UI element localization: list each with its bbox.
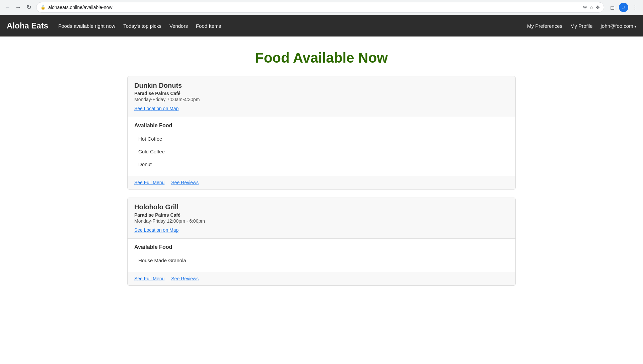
- nav-link-account[interactable]: john@foo.com: [601, 23, 636, 29]
- restaurant-location-dunkin-donuts: Paradise Palms Café: [134, 91, 509, 96]
- nav-link-vendors[interactable]: Vendors: [169, 23, 188, 29]
- available-food-title-holoholo-grill: Available Food: [134, 244, 509, 250]
- map-link-dunkin-donuts[interactable]: See Location on Map: [134, 106, 178, 111]
- restaurant-footer-holoholo-grill: See Full Menu See Reviews: [128, 272, 515, 285]
- full-menu-link-holoholo-grill[interactable]: See Full Menu: [134, 276, 164, 281]
- restaurant-name-dunkin-donuts: Dunkin Donuts: [134, 82, 509, 89]
- extension-icon[interactable]: ✥: [596, 5, 600, 10]
- restaurant-header-dunkin-donuts: Dunkin Donuts Paradise Palms Café Monday…: [128, 76, 515, 117]
- food-item: House Made Granola: [134, 254, 509, 267]
- eye-slash-icon: 👁︎: [583, 5, 587, 10]
- page-title: Food Available Now: [127, 50, 516, 66]
- restaurant-footer-dunkin-donuts: See Full Menu See Reviews: [128, 176, 515, 189]
- nav-link-my-profile[interactable]: My Profile: [570, 23, 593, 29]
- nav-link-top-picks[interactable]: Today's top picks: [123, 23, 161, 29]
- available-food-holoholo-grill: Available Food House Made Granola: [128, 239, 515, 272]
- navbar-right: My Preferences My Profile john@foo.com: [527, 23, 636, 29]
- chrome-menu-button[interactable]: ⋮: [630, 2, 640, 13]
- restaurant-location-holoholo-grill: Paradise Palms Café: [134, 212, 509, 218]
- user-avatar[interactable]: J: [619, 3, 628, 12]
- navbar-brand[interactable]: Aloha Eats: [7, 21, 48, 30]
- nav-link-my-preferences[interactable]: My Preferences: [527, 23, 562, 29]
- full-menu-link-dunkin-donuts[interactable]: See Full Menu: [134, 180, 164, 185]
- back-button[interactable]: ←: [3, 3, 12, 12]
- browser-nav-buttons: ← → ↻: [3, 3, 33, 12]
- reviews-link-holoholo-grill[interactable]: See Reviews: [171, 276, 199, 281]
- map-link-holoholo-grill[interactable]: See Location on Map: [134, 227, 178, 233]
- available-food-title-dunkin-donuts: Available Food: [134, 123, 509, 129]
- star-icon[interactable]: ☆: [589, 5, 594, 10]
- restaurant-hours-holoholo-grill: Monday-Friday 12:00pm - 6:00pm: [134, 218, 509, 224]
- food-item: Cold Coffee: [134, 145, 509, 158]
- food-item: Donut: [134, 158, 509, 170]
- restaurant-card-holoholo-grill: Holoholo Grill Paradise Palms Café Monda…: [127, 198, 516, 286]
- restaurant-header-holoholo-grill: Holoholo Grill Paradise Palms Café Monda…: [128, 198, 515, 239]
- restaurant-hours-dunkin-donuts: Monday-Friday 7:00am-4:30pm: [134, 97, 509, 102]
- nav-link-available-now[interactable]: Foods available right now: [58, 23, 115, 29]
- url-input[interactable]: [48, 5, 580, 10]
- address-bar-icons: 👁︎ ☆ ✥: [583, 5, 600, 10]
- restaurant-name-holoholo-grill: Holoholo Grill: [134, 203, 509, 211]
- reviews-link-dunkin-donuts[interactable]: See Reviews: [171, 180, 199, 185]
- restaurant-card-dunkin-donuts: Dunkin Donuts Paradise Palms Café Monday…: [127, 76, 516, 190]
- sidebar-button[interactable]: ◻: [607, 2, 618, 13]
- address-bar[interactable]: 🔒 👁︎ ☆ ✥: [36, 2, 604, 13]
- forward-button[interactable]: →: [13, 3, 23, 12]
- food-item: Hot Coffee: [134, 133, 509, 145]
- browser-toolbar-right: ◻ J ⋮: [607, 2, 640, 13]
- nav-link-food-items[interactable]: Food Items: [196, 23, 221, 29]
- navbar: Aloha Eats Foods available right now Tod…: [0, 15, 643, 37]
- navbar-links: Foods available right now Today's top pi…: [58, 23, 527, 29]
- available-food-dunkin-donuts: Available Food Hot Coffee Cold Coffee Do…: [128, 117, 515, 176]
- main-content: Food Available Now Dunkin Donuts Paradis…: [121, 37, 522, 300]
- security-icon: 🔒: [41, 5, 46, 10]
- refresh-button[interactable]: ↻: [24, 3, 33, 12]
- browser-chrome: ← → ↻ 🔒 👁︎ ☆ ✥ ◻ J ⋮: [0, 0, 643, 15]
- browser-toolbar: ← → ↻ 🔒 👁︎ ☆ ✥ ◻ J ⋮: [0, 0, 643, 15]
